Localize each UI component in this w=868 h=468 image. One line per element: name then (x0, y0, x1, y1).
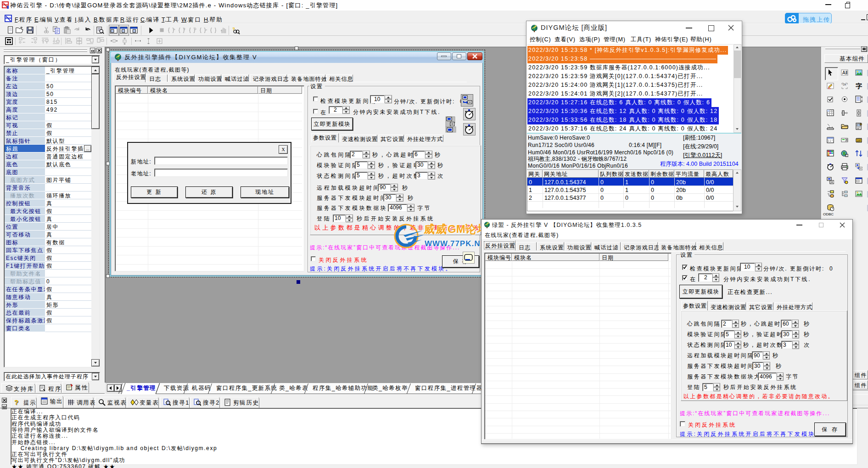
svg-text:字: 字 (856, 82, 862, 90)
svg-text:CN: CN (843, 83, 846, 86)
svg-text:AI: AI (842, 70, 846, 75)
svg-text:DIP: DIP (857, 139, 861, 142)
